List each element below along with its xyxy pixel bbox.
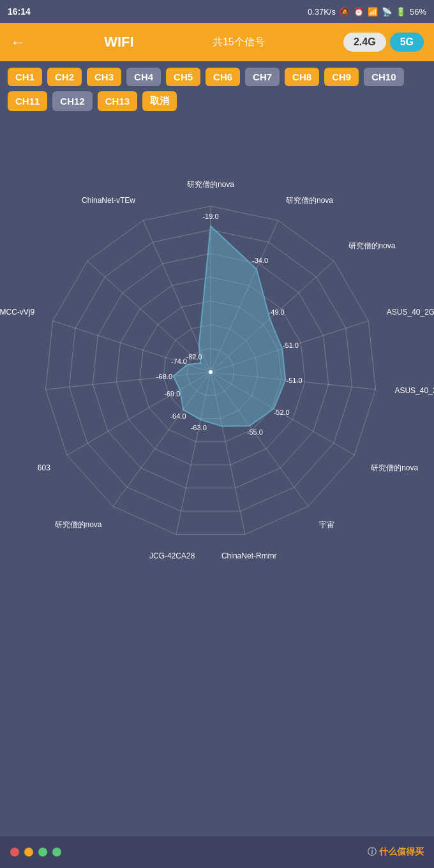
svg-text:-49.0: -49.0: [269, 308, 285, 316]
svg-text:-51.0: -51.0: [283, 341, 299, 349]
dot-yellow: [24, 848, 33, 857]
svg-text:ASUS_40_2G: ASUS_40_2G: [387, 308, 434, 317]
radar-chart: -19.0研究僧的nova-34.0研究僧的nova-49.0研究僧的nova-…: [0, 133, 434, 611]
svg-text:-55.0: -55.0: [247, 428, 263, 436]
channel-btn-CH8[interactable]: CH8: [285, 68, 319, 86]
svg-text:-68.0: -68.0: [156, 373, 172, 380]
svg-text:研究僧的nova: 研究僧的nova: [187, 180, 234, 189]
header: ← WIFI 共15个信号 2.4G 5G: [0, 23, 434, 61]
svg-text:-19.0: -19.0: [202, 213, 218, 220]
channel-btn-CH3[interactable]: CH3: [87, 68, 121, 86]
signal-count: 共15个信号: [213, 36, 265, 49]
freq-5g-button[interactable]: 5G: [390, 33, 424, 52]
channel-btn-CH6[interactable]: CH6: [206, 68, 240, 86]
channel-btn-CH7[interactable]: CH7: [245, 68, 280, 86]
svg-text:-34.0: -34.0: [252, 257, 268, 264]
dot-green: [38, 848, 47, 857]
svg-text:ASUS_40_2G_K: ASUS_40_2G_K: [394, 386, 434, 395]
channel-btn-CH11[interactable]: CH11: [8, 91, 47, 111]
svg-text:研究僧的nova: 研究僧的nova: [348, 241, 396, 250]
wifi-icon: 📶: [368, 7, 378, 17]
channel-btn-CH10[interactable]: CH10: [364, 68, 403, 86]
channel-btn-CH4[interactable]: CH4: [126, 68, 161, 86]
svg-text:研究僧的nova: 研究僧的nova: [55, 520, 102, 529]
svg-text:-74.0: -74.0: [171, 357, 187, 365]
dot-green2: [52, 848, 61, 857]
brand-name: 什么值得买: [379, 846, 424, 857]
alarm-icon: ⏰: [354, 7, 364, 17]
svg-text:-51.0: -51.0: [287, 377, 303, 384]
channel-btn-CH5[interactable]: CH5: [166, 68, 200, 86]
channels-section: CH1CH2CH3CH4CH5CH6CH7CH8CH9CH10 CH11CH12…: [0, 61, 434, 120]
svg-text:-69.0: -69.0: [164, 390, 180, 398]
brand-label: ⓘ 什么值得买: [368, 846, 424, 858]
freq-buttons: 2.4G 5G: [343, 33, 424, 52]
channel-btn-CH2[interactable]: CH2: [47, 68, 82, 86]
status-right: 0.37K/s 🔕 ⏰ 📶 📡 🔋 56%: [308, 7, 426, 17]
bottom-bar: ⓘ 什么值得买: [0, 836, 434, 868]
channel-row-1: CH1CH2CH3CH4CH5CH6CH7CH8CH9CH10: [8, 68, 426, 86]
window-dots: [10, 848, 61, 857]
svg-text:603: 603: [38, 463, 50, 472]
svg-text:JCG-42CA28: JCG-42CA28: [149, 551, 195, 560]
channel-row-2: CH11CH12CH13取消: [8, 91, 426, 111]
svg-text:-63.0: -63.0: [191, 424, 207, 431]
svg-text:宇宙: 宇宙: [319, 520, 334, 529]
status-time: 16:14: [8, 6, 31, 17]
svg-point-49: [209, 370, 213, 374]
battery-level: 56%: [410, 7, 426, 17]
back-button[interactable]: ←: [10, 33, 26, 51]
channel-btn-CH13[interactable]: CH13: [98, 91, 137, 111]
svg-text:-82.0: -82.0: [186, 353, 202, 361]
channel-btn-CH12[interactable]: CH12: [52, 91, 92, 111]
mute-icon: 🔕: [340, 7, 350, 17]
network-speed: 0.37K/s: [308, 7, 336, 17]
svg-text:研究僧的nova: 研究僧的nova: [371, 463, 418, 472]
svg-text:-64.0: -64.0: [170, 412, 186, 420]
channel-btn-CH1[interactable]: CH1: [8, 68, 42, 86]
battery-icon: 🔋: [396, 7, 406, 17]
radar-container: -19.0研究僧的nova-34.0研究僧的nova-49.0研究僧的nova-…: [0, 120, 434, 624]
dot-red: [10, 848, 19, 857]
freq-2g-button[interactable]: 2.4G: [343, 33, 386, 52]
svg-text:ChinaNet-Rmmr: ChinaNet-Rmmr: [221, 551, 277, 560]
svg-text:-52.0: -52.0: [274, 408, 290, 416]
svg-text:ChinaNet-vTEw: ChinaNet-vTEw: [82, 196, 135, 205]
page-title: WIFI: [104, 34, 133, 50]
channel-btn-CH9[interactable]: CH9: [324, 68, 359, 86]
svg-text:研究僧的nova: 研究僧的nova: [286, 196, 333, 205]
channel-btn-取消[interactable]: 取消: [142, 91, 177, 111]
svg-text:CMCC-vVj9: CMCC-vVj9: [0, 308, 35, 317]
status-bar: 16:14 0.37K/s 🔕 ⏰ 📶 📡 🔋 56%: [0, 0, 434, 23]
signal-icon: 📡: [382, 7, 392, 17]
